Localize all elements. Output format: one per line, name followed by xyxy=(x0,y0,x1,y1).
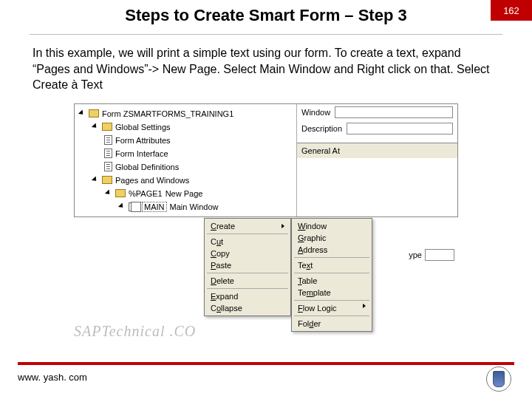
header-divider xyxy=(30,34,502,35)
menu-separator xyxy=(294,300,369,301)
menu-separator xyxy=(207,233,288,234)
menu-collapse[interactable]: Collapse xyxy=(206,302,289,314)
context-menu: Create Cut Copy Paste Delete Expand Coll… xyxy=(204,218,291,316)
tree-global-settings[interactable]: Global Settings xyxy=(75,120,296,134)
document-icon xyxy=(104,162,112,171)
tree-form-root[interactable]: Form ZSMARTFORMS_TRAINING1 xyxy=(75,107,296,120)
type-input[interactable] xyxy=(425,249,454,261)
footer-logo xyxy=(486,366,511,392)
tree-pane: Form ZSMARTFORMS_TRAINING1 Global Settin… xyxy=(75,104,296,216)
menu-cut[interactable]: Cut xyxy=(206,236,289,248)
submenu-arrow-icon xyxy=(282,224,284,228)
menu-separator xyxy=(294,273,369,273)
tree-main-window[interactable]: MAIN Main Window xyxy=(75,200,296,214)
sap-screenshot: Form ZSMARTFORMS_TRAINING1 Global Settin… xyxy=(74,103,458,217)
document-icon xyxy=(104,149,112,158)
submenu-arrow-icon xyxy=(363,304,366,308)
tree-page1[interactable]: %PAGE1 New Page xyxy=(75,187,296,200)
tree-form-interface[interactable]: Form Interface xyxy=(75,147,296,160)
submenu-window[interactable]: Window xyxy=(293,220,370,232)
description-label: Description xyxy=(301,124,342,133)
menu-paste[interactable]: Paste xyxy=(206,259,289,271)
page-title: Steps to Create Smart Form – Step 3 xyxy=(0,0,532,25)
menu-expand[interactable]: Expand xyxy=(206,290,289,302)
tree-global-definitions[interactable]: Global Definitions xyxy=(75,160,296,174)
tree-code-selected: MAIN xyxy=(142,202,167,212)
menu-separator xyxy=(294,257,369,258)
submenu-address[interactable]: Address xyxy=(293,244,370,256)
general-attributes-tab[interactable]: General At xyxy=(297,143,457,158)
tree-pages-windows[interactable]: Pages and Windows xyxy=(75,174,296,187)
expand-icon[interactable] xyxy=(91,123,99,131)
tree-label: Form Attributes xyxy=(115,136,171,145)
tree-label: Global Settings xyxy=(115,123,171,132)
folder-icon xyxy=(102,123,112,131)
expand-icon[interactable] xyxy=(91,176,99,184)
menu-copy[interactable]: Copy xyxy=(206,248,289,259)
window-label: Window xyxy=(301,108,330,117)
folder-icon xyxy=(89,109,99,117)
description-input[interactable] xyxy=(347,123,453,134)
submenu-folder[interactable]: Folder xyxy=(293,318,370,330)
folder-icon xyxy=(102,176,112,184)
menu-delete[interactable]: Delete xyxy=(206,275,289,287)
menu-create[interactable]: Create xyxy=(206,220,289,232)
menu-separator xyxy=(207,273,288,273)
menu-separator xyxy=(294,316,369,316)
type-label: ype xyxy=(409,250,422,259)
properties-pane: Window Description General At xyxy=(296,104,457,216)
tree-label: Pages and Windows xyxy=(115,176,189,185)
document-icon xyxy=(104,135,112,145)
tree-label: Form Interface xyxy=(115,149,168,158)
create-submenu: Window Graphic Address Text Table Templa… xyxy=(291,218,372,332)
footer-url: www. yash. com xyxy=(18,372,87,383)
expand-icon[interactable] xyxy=(104,189,112,197)
submenu-graphic[interactable]: Graphic xyxy=(293,232,370,244)
tree-label: Global Definitions xyxy=(115,163,179,171)
window-input[interactable] xyxy=(335,106,453,118)
footer-divider xyxy=(18,362,514,365)
watermark-text: SAPTechnical .CO xyxy=(74,323,196,340)
menu-separator xyxy=(207,288,288,289)
page-number-badge: 162 xyxy=(491,0,532,21)
window-icon xyxy=(129,202,139,211)
tree-code: %PAGE1 xyxy=(129,189,163,198)
submenu-flow-logic[interactable]: Flow Logic xyxy=(293,302,370,314)
description-text: In this example, we will print a simple … xyxy=(33,45,499,93)
tree-label: Form ZSMARTFORMS_TRAINING1 xyxy=(102,109,233,118)
type-field: ype xyxy=(409,249,454,261)
expand-icon[interactable] xyxy=(78,109,86,117)
tree-label: Main Window xyxy=(170,202,219,211)
expand-icon[interactable] xyxy=(117,202,126,211)
submenu-text[interactable]: Text xyxy=(293,259,370,271)
submenu-template[interactable]: Template xyxy=(293,287,370,299)
tree-form-attributes[interactable]: Form Attributes xyxy=(75,134,296,147)
submenu-table[interactable]: Table xyxy=(293,275,370,287)
folder-icon xyxy=(115,189,126,197)
tree-label: New Page xyxy=(166,189,203,198)
